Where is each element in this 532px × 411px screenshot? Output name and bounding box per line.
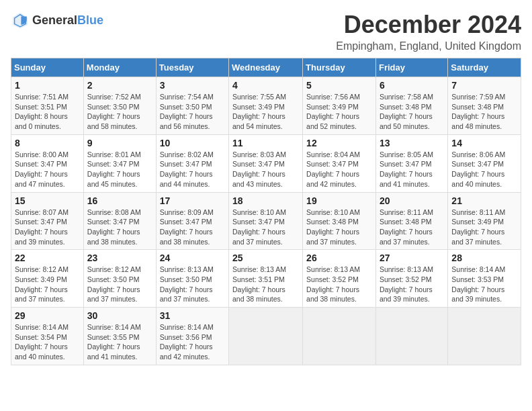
location-title: Empingham, England, United Kingdom (336, 40, 521, 52)
col-header-thursday: Thursday (303, 58, 376, 77)
day-number: 27 (380, 253, 444, 263)
calendar-table: SundayMondayTuesdayWednesdayThursdayFrid… (11, 58, 521, 365)
day-number: 14 (451, 138, 517, 148)
day-info: Sunrise: 8:04 AM Sunset: 3:47 PM Dayligh… (306, 150, 372, 189)
calendar-cell: 29Sunrise: 8:14 AM Sunset: 3:54 PM Dayli… (11, 308, 84, 365)
day-info: Sunrise: 8:08 AM Sunset: 3:47 PM Dayligh… (87, 208, 152, 247)
week-row-1: 1Sunrise: 7:51 AM Sunset: 3:51 PM Daylig… (11, 77, 521, 135)
calendar-cell (448, 308, 521, 365)
calendar-cell: 15Sunrise: 8:07 AM Sunset: 3:47 PM Dayli… (11, 192, 84, 250)
calendar-cell: 20Sunrise: 8:11 AM Sunset: 3:48 PM Dayli… (375, 192, 447, 250)
day-number: 8 (15, 138, 80, 148)
day-info: Sunrise: 8:07 AM Sunset: 3:47 PM Dayligh… (15, 208, 80, 247)
calendar-cell: 1Sunrise: 7:51 AM Sunset: 3:51 PM Daylig… (11, 77, 84, 135)
day-info: Sunrise: 8:00 AM Sunset: 3:47 PM Dayligh… (15, 150, 80, 189)
day-number: 15 (15, 195, 80, 206)
col-header-monday: Monday (83, 58, 156, 77)
day-number: 19 (306, 195, 372, 206)
title-area: December 2024 Empingham, England, United… (336, 11, 521, 52)
calendar-cell: 5Sunrise: 7:56 AM Sunset: 3:49 PM Daylig… (303, 77, 376, 135)
day-info: Sunrise: 8:05 AM Sunset: 3:47 PM Dayligh… (380, 150, 444, 189)
calendar-cell (229, 308, 303, 365)
day-number: 28 (451, 253, 517, 263)
calendar-cell: 28Sunrise: 8:14 AM Sunset: 3:53 PM Dayli… (448, 250, 521, 308)
day-info: Sunrise: 7:52 AM Sunset: 3:50 PM Dayligh… (87, 92, 152, 132)
calendar-cell (303, 308, 376, 365)
day-info: Sunrise: 8:10 AM Sunset: 3:48 PM Dayligh… (306, 208, 372, 247)
calendar-cell: 8Sunrise: 8:00 AM Sunset: 3:47 PM Daylig… (11, 134, 84, 192)
day-info: Sunrise: 8:12 AM Sunset: 3:50 PM Dayligh… (87, 265, 152, 304)
day-number: 24 (160, 253, 225, 263)
calendar-cell: 12Sunrise: 8:04 AM Sunset: 3:47 PM Dayli… (303, 134, 376, 192)
calendar-cell: 17Sunrise: 8:09 AM Sunset: 3:47 PM Dayli… (156, 192, 228, 250)
calendar-cell: 14Sunrise: 8:06 AM Sunset: 3:47 PM Dayli… (448, 134, 521, 192)
logo-icon (11, 11, 30, 30)
calendar-cell: 24Sunrise: 8:13 AM Sunset: 3:50 PM Dayli… (156, 250, 228, 308)
day-info: Sunrise: 8:14 AM Sunset: 3:54 PM Dayligh… (15, 322, 80, 362)
calendar-cell: 13Sunrise: 8:05 AM Sunset: 3:47 PM Dayli… (375, 134, 447, 192)
week-row-5: 29Sunrise: 8:14 AM Sunset: 3:54 PM Dayli… (11, 308, 521, 365)
day-number: 16 (87, 195, 152, 206)
day-info: Sunrise: 8:09 AM Sunset: 3:47 PM Dayligh… (160, 208, 225, 247)
day-info: Sunrise: 7:51 AM Sunset: 3:51 PM Dayligh… (15, 92, 80, 132)
day-number: 26 (306, 253, 372, 263)
day-info: Sunrise: 8:06 AM Sunset: 3:47 PM Dayligh… (451, 150, 517, 189)
logo: GeneralBlue (11, 11, 103, 30)
calendar-cell: 23Sunrise: 8:12 AM Sunset: 3:50 PM Dayli… (83, 250, 156, 308)
calendar-cell: 6Sunrise: 7:58 AM Sunset: 3:48 PM Daylig… (375, 77, 447, 135)
calendar-cell: 27Sunrise: 8:13 AM Sunset: 3:52 PM Dayli… (375, 250, 447, 308)
day-info: Sunrise: 7:56 AM Sunset: 3:49 PM Dayligh… (306, 92, 372, 132)
week-row-3: 15Sunrise: 8:07 AM Sunset: 3:47 PM Dayli… (11, 192, 521, 250)
calendar-cell: 30Sunrise: 8:14 AM Sunset: 3:55 PM Dayli… (83, 308, 156, 365)
col-header-sunday: Sunday (11, 58, 84, 77)
day-number: 22 (15, 253, 80, 263)
day-info: Sunrise: 8:02 AM Sunset: 3:47 PM Dayligh… (160, 150, 225, 189)
col-header-saturday: Saturday (448, 58, 521, 77)
day-number: 20 (380, 195, 444, 206)
day-info: Sunrise: 8:14 AM Sunset: 3:56 PM Dayligh… (160, 322, 225, 362)
day-number: 1 (15, 80, 80, 91)
day-info: Sunrise: 8:11 AM Sunset: 3:49 PM Dayligh… (451, 208, 517, 247)
day-number: 13 (380, 138, 444, 148)
day-number: 30 (87, 310, 152, 321)
calendar-cell: 21Sunrise: 8:11 AM Sunset: 3:49 PM Dayli… (448, 192, 521, 250)
day-number: 11 (232, 138, 299, 148)
day-info: Sunrise: 8:13 AM Sunset: 3:50 PM Dayligh… (160, 265, 225, 304)
day-info: Sunrise: 8:13 AM Sunset: 3:52 PM Dayligh… (380, 265, 444, 304)
day-number: 12 (306, 138, 372, 148)
col-header-wednesday: Wednesday (229, 58, 303, 77)
month-title: December 2024 (336, 11, 521, 39)
header-row: SundayMondayTuesdayWednesdayThursdayFrid… (11, 58, 521, 77)
day-info: Sunrise: 8:13 AM Sunset: 3:51 PM Dayligh… (232, 265, 299, 304)
calendar-cell: 11Sunrise: 8:03 AM Sunset: 3:47 PM Dayli… (229, 134, 303, 192)
day-number: 3 (160, 80, 225, 91)
day-number: 6 (380, 80, 444, 91)
calendar-cell (375, 308, 447, 365)
day-number: 31 (160, 310, 225, 321)
calendar-cell: 4Sunrise: 7:55 AM Sunset: 3:49 PM Daylig… (229, 77, 303, 135)
day-info: Sunrise: 8:11 AM Sunset: 3:48 PM Dayligh… (380, 208, 444, 247)
day-info: Sunrise: 7:54 AM Sunset: 3:50 PM Dayligh… (160, 92, 225, 132)
calendar-cell: 25Sunrise: 8:13 AM Sunset: 3:51 PM Dayli… (229, 250, 303, 308)
day-info: Sunrise: 8:13 AM Sunset: 3:52 PM Dayligh… (306, 265, 372, 304)
calendar-cell: 9Sunrise: 8:01 AM Sunset: 3:47 PM Daylig… (83, 134, 156, 192)
calendar-cell: 2Sunrise: 7:52 AM Sunset: 3:50 PM Daylig… (83, 77, 156, 135)
day-number: 17 (160, 195, 225, 206)
calendar-cell: 31Sunrise: 8:14 AM Sunset: 3:56 PM Dayli… (156, 308, 228, 365)
day-number: 4 (232, 80, 299, 91)
calendar-cell: 10Sunrise: 8:02 AM Sunset: 3:47 PM Dayli… (156, 134, 228, 192)
day-info: Sunrise: 8:14 AM Sunset: 3:53 PM Dayligh… (451, 265, 517, 304)
calendar-cell: 18Sunrise: 8:10 AM Sunset: 3:47 PM Dayli… (229, 192, 303, 250)
day-number: 29 (15, 310, 80, 321)
day-number: 23 (87, 253, 152, 263)
day-number: 2 (87, 80, 152, 91)
day-info: Sunrise: 7:59 AM Sunset: 3:48 PM Dayligh… (451, 92, 517, 132)
day-info: Sunrise: 8:01 AM Sunset: 3:47 PM Dayligh… (87, 150, 152, 189)
day-number: 5 (306, 80, 372, 91)
day-number: 9 (87, 138, 152, 148)
calendar-cell: 22Sunrise: 8:12 AM Sunset: 3:49 PM Dayli… (11, 250, 84, 308)
day-number: 21 (451, 195, 517, 206)
day-info: Sunrise: 8:14 AM Sunset: 3:55 PM Dayligh… (87, 322, 152, 362)
calendar-cell: 3Sunrise: 7:54 AM Sunset: 3:50 PM Daylig… (156, 77, 228, 135)
header: GeneralBlue December 2024 Empingham, Eng… (11, 11, 521, 52)
